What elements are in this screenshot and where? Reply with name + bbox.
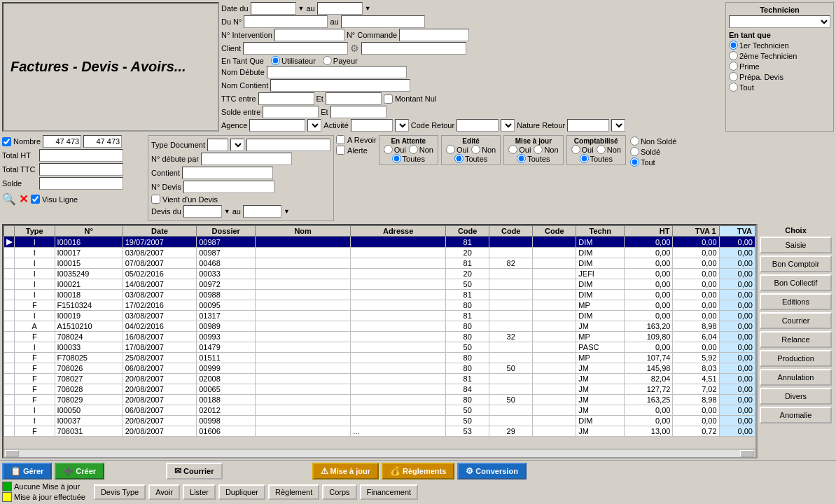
- edite-oui[interactable]: Oui: [446, 145, 468, 154]
- visu-ligne-check[interactable]: Visu Ligne: [31, 195, 78, 204]
- mise-a-jour-button[interactable]: ⚠ Mise à jour: [312, 463, 379, 479]
- divers-button[interactable]: Divers: [760, 388, 832, 405]
- montant-nul-check[interactable]: Montant Nul: [384, 94, 436, 104]
- lister-button[interactable]: Lister: [183, 484, 216, 500]
- solde-au-input[interactable]: [330, 106, 386, 118]
- table-row[interactable]: F70803120/08/200701606...5329JM13,000,72…: [4, 426, 755, 437]
- col-n[interactable]: N°: [55, 226, 123, 237]
- n-intervention-input[interactable]: [274, 29, 344, 41]
- client-input[interactable]: [243, 42, 348, 55]
- table-row[interactable]: ▶II0001619/07/20070098781DIM0,000,000,00: [4, 237, 755, 248]
- col-adresse[interactable]: Adresse: [351, 226, 446, 237]
- reglement-button[interactable]: Règlement: [268, 484, 319, 500]
- dupliquer-button[interactable]: Dupliquer: [218, 484, 265, 500]
- n-debute-input[interactable]: [201, 153, 292, 165]
- technicien-select[interactable]: [729, 15, 830, 28]
- table-row[interactable]: FF151032417/02/20160009580MP0,000,000,00: [4, 300, 755, 311]
- devis-du-input[interactable]: [183, 205, 222, 218]
- col-dossier[interactable]: Dossier: [197, 226, 256, 237]
- table-row[interactable]: II0001803/08/20070098881DIM0,000,000,00: [4, 290, 755, 300]
- nature-retour-input[interactable]: [567, 119, 609, 132]
- vient-devis-check[interactable]: Vient d'un Devis: [151, 195, 218, 204]
- editions-button[interactable]: Editions: [760, 293, 832, 310]
- cancel-icon[interactable]: ✕: [19, 192, 28, 206]
- courrier-bottom-button[interactable]: ✉ Courrier: [166, 463, 222, 479]
- a-revoir-check[interactable]: A Revoir: [336, 135, 377, 144]
- table-row[interactable]: F70802416/08/2007009938032MP109,806,040,…: [4, 332, 755, 342]
- ttc-entre-input[interactable]: [258, 92, 314, 105]
- table-row[interactable]: F70802720/08/20070200881JM82,044,510,00: [4, 374, 755, 384]
- n-commande-input[interactable]: [399, 29, 469, 41]
- table-row[interactable]: II003524905/02/20160003320JEFI0,000,000,…: [4, 269, 755, 279]
- table-row[interactable]: F70802820/08/20070006584JM127,727,020,00: [4, 384, 755, 395]
- reglements-button[interactable]: 💰 Règlements: [382, 463, 454, 479]
- 1er-technicien-radio[interactable]: 1er Technicien: [729, 41, 830, 50]
- gerer-button[interactable]: 📋 Gérer: [2, 463, 52, 479]
- date-au-input[interactable]: [317, 2, 363, 15]
- hscroll-left[interactable]: [5, 450, 19, 457]
- client-search-icon[interactable]: ⚙: [350, 43, 359, 54]
- bon-collectif-button[interactable]: Bon Collectif: [760, 274, 832, 291]
- edite-non[interactable]: Non: [471, 145, 496, 154]
- hscroll-track[interactable]: [19, 450, 740, 457]
- au-n-input[interactable]: [341, 15, 425, 28]
- 2eme-technicien-radio[interactable]: 2ème Technicien: [729, 51, 830, 60]
- corps-button[interactable]: Corps: [322, 484, 356, 500]
- date-du-dropdown[interactable]: ▼: [298, 5, 305, 12]
- col-tva2[interactable]: TVA: [719, 226, 755, 237]
- date-au-dropdown[interactable]: ▼: [365, 5, 371, 12]
- contient-input[interactable]: [182, 167, 273, 179]
- table-row[interactable]: II0005006/08/20070201250JM0,000,000,00: [4, 405, 755, 416]
- annulation-button[interactable]: Annulation: [760, 369, 832, 386]
- activite-input[interactable]: [351, 119, 393, 132]
- devis-au-input[interactable]: [243, 205, 281, 218]
- table-row[interactable]: FF70802525/08/20070151180MP107,745,920,0…: [4, 353, 755, 363]
- col-type[interactable]: Type: [15, 226, 55, 237]
- en-attente-oui[interactable]: Oui: [384, 145, 406, 154]
- production-button[interactable]: Production: [760, 350, 832, 367]
- col-techn[interactable]: Techn: [576, 226, 625, 237]
- table-row[interactable]: F70802606/08/2007009998050JM145,988,030,…: [4, 363, 755, 374]
- agence-select[interactable]: [307, 119, 321, 132]
- bon-comptoir-button[interactable]: Bon Comptoir: [760, 255, 832, 272]
- courrier-button[interactable]: Courrier: [760, 312, 832, 329]
- miseajour-oui[interactable]: Oui: [508, 145, 531, 154]
- conversion-button[interactable]: ⚙ Conversion: [457, 463, 527, 479]
- non-solde-radio[interactable]: Non Soldé: [630, 136, 676, 146]
- table-row[interactable]: II0001903/08/20070131781DIM0,000,000,00: [4, 311, 755, 321]
- anomalie-button[interactable]: Anomalie: [760, 407, 832, 424]
- creer-button[interactable]: ➕ Créer: [55, 463, 104, 479]
- avoir-button[interactable]: Avoir: [148, 484, 180, 500]
- col-tva1[interactable]: TVA 1: [673, 226, 719, 237]
- financement-button[interactable]: Financement: [360, 484, 419, 500]
- type-document-text[interactable]: [246, 139, 330, 151]
- table-row[interactable]: F70802920/08/2007001888050JM163,258,980,…: [4, 395, 755, 405]
- col-code1[interactable]: Code: [446, 226, 489, 237]
- col-code3[interactable]: Code: [533, 226, 576, 237]
- binoculars-icon[interactable]: 🔍: [2, 192, 16, 206]
- utilisateur-radio[interactable]: Utilisateur: [271, 56, 316, 65]
- en-attente-toutes[interactable]: Toutes: [392, 154, 425, 163]
- solde-entre-input[interactable]: [263, 106, 319, 118]
- nom-contient-input[interactable]: [270, 79, 410, 92]
- prime-radio[interactable]: Prime: [729, 62, 830, 71]
- col-nom[interactable]: Nom: [256, 226, 351, 237]
- devis-type-button[interactable]: Devis Type: [94, 484, 146, 500]
- table-row[interactable]: II0003720/08/20070099850DIM0,000,000,00: [4, 416, 755, 426]
- edite-toutes[interactable]: Toutes: [454, 154, 487, 163]
- table-scroll[interactable]: Type N° Date Dossier Nom Adresse Code Co…: [4, 225, 755, 449]
- du-n-input[interactable]: [244, 15, 328, 28]
- table-row[interactable]: AA151021004/02/20160098980JM163,208,980,…: [4, 321, 755, 332]
- solde-radio[interactable]: Soldé: [630, 147, 676, 156]
- code-retour-select[interactable]: [501, 119, 515, 132]
- comptabilise-oui[interactable]: Oui: [571, 145, 594, 154]
- agence-input[interactable]: [249, 119, 305, 132]
- code-retour-input[interactable]: [457, 119, 499, 132]
- activite-select[interactable]: [395, 119, 409, 132]
- saisie-button[interactable]: Saisie: [760, 237, 832, 253]
- type-document-input[interactable]: [207, 139, 228, 151]
- client-extra-input[interactable]: [361, 42, 466, 55]
- nombre-checkbox[interactable]: Nombre: [2, 137, 41, 146]
- devis-du-dropdown[interactable]: ▼: [224, 208, 230, 215]
- table-row[interactable]: II0001507/08/2007004688182DIM0,000,000,0…: [4, 258, 755, 269]
